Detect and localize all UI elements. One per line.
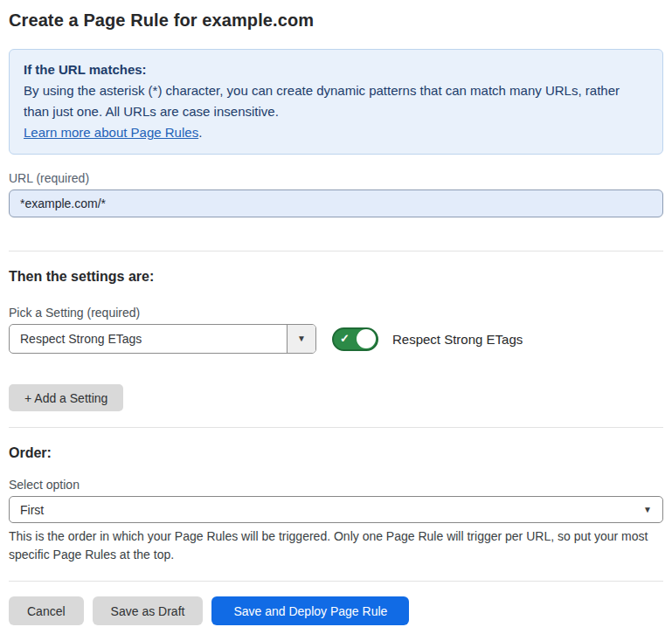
url-match-info-box: If the URL matches: By using the asteris… <box>9 49 663 155</box>
create-page-rule-panel: Create a Page Rule for example.com If th… <box>0 0 672 625</box>
pick-setting-label: Pick a Setting (required) <box>9 306 663 320</box>
setting-toggle[interactable]: ✓ <box>332 327 378 351</box>
divider-settings <box>9 427 663 428</box>
learn-more-link[interactable]: Learn more about Page Rules <box>24 125 198 140</box>
cancel-button[interactable]: Cancel <box>9 596 84 625</box>
footer-actions: Cancel Save as Draft Save and Deploy Pag… <box>9 596 663 625</box>
setting-dropdown-button[interactable]: ▼ <box>287 325 315 353</box>
divider-footer <box>9 581 663 582</box>
check-icon: ✓ <box>340 332 350 345</box>
save-draft-button[interactable]: Save as Draft <box>93 596 204 625</box>
info-box-heading: If the URL matches: <box>24 59 648 80</box>
order-help-text: This is the order in which your Page Rul… <box>9 527 663 564</box>
url-field-label: URL (required) <box>9 171 663 185</box>
chevron-down-icon: ▼ <box>643 506 652 514</box>
page-title: Create a Page Rule for example.com <box>9 10 663 31</box>
chevron-down-icon: ▼ <box>297 334 306 343</box>
order-select[interactable]: First ▼ <box>9 496 663 523</box>
order-select-value: First <box>20 503 643 517</box>
add-setting-button[interactable]: + Add a Setting <box>9 384 123 411</box>
setting-dropdown[interactable]: Respect Strong ETags ▼ <box>9 324 316 354</box>
info-box-link-line: Learn more about Page Rules. <box>24 122 648 143</box>
link-suffix: . <box>198 125 202 140</box>
setting-dropdown-value: Respect Strong ETags <box>10 325 287 353</box>
setting-toggle-label: Respect Strong ETags <box>392 332 523 347</box>
order-select-label: Select option <box>9 478 663 492</box>
save-deploy-button[interactable]: Save and Deploy Page Rule <box>211 596 409 625</box>
url-input[interactable] <box>9 189 663 217</box>
settings-heading: Then the settings are: <box>9 269 663 285</box>
order-heading: Order: <box>9 445 663 461</box>
divider-url <box>9 251 663 251</box>
toggle-knob <box>357 329 376 348</box>
info-box-body: By using the asterisk (*) character, you… <box>24 80 648 122</box>
setting-row: Respect Strong ETags ▼ ✓ Respect Strong … <box>9 324 663 354</box>
